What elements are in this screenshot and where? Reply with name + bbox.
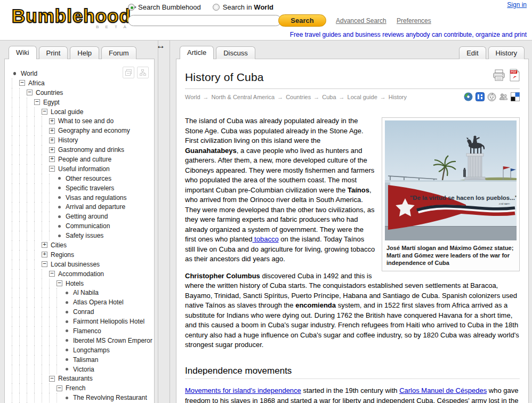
tree-item[interactable]: Victoria bbox=[12, 365, 154, 374]
tree-item-label[interactable]: World bbox=[21, 70, 37, 77]
breadcrumb-item[interactable]: Countries bbox=[286, 94, 311, 100]
tree-item-label[interactable]: Gastronomy and drinks bbox=[58, 146, 124, 154]
tree-item-label[interactable]: Useful information bbox=[58, 165, 110, 173]
tree-item[interactable]: Arrival and departure bbox=[12, 202, 154, 212]
expand-icon[interactable]: + bbox=[49, 156, 55, 162]
tree-item[interactable]: +Cities bbox=[12, 240, 154, 250]
people-share-icon[interactable] bbox=[499, 92, 508, 101]
stumbleupon-icon[interactable] bbox=[464, 92, 473, 101]
tree-item-label[interactable]: People and culture bbox=[58, 156, 111, 163]
tree-item[interactable]: Getting around bbox=[12, 212, 154, 221]
tree-item-label[interactable]: Egypt bbox=[43, 99, 60, 106]
breadcrumb-item[interactable]: History bbox=[389, 94, 407, 100]
collapse-icon[interactable]: − bbox=[57, 385, 62, 391]
preferences-link[interactable]: Preferences bbox=[397, 17, 431, 25]
tree-item[interactable]: +Geography and economy bbox=[12, 126, 154, 135]
breadcrumb-item[interactable]: Local guide bbox=[348, 94, 377, 100]
sidebar-tab-wiki[interactable]: Wiki bbox=[9, 46, 37, 59]
content-tab-discuss[interactable]: Discuss bbox=[216, 46, 255, 59]
print-icon[interactable] bbox=[493, 69, 505, 83]
breadcrumb-item[interactable]: Cuba bbox=[322, 94, 336, 100]
radio-search-bumblehood-label[interactable]: Search Bumblehood bbox=[138, 3, 201, 11]
tree-item[interactable]: Atlas Opera Hotel bbox=[12, 297, 154, 307]
collapse-icon[interactable]: − bbox=[42, 261, 47, 267]
tree-item-label[interactable]: French bbox=[66, 384, 85, 392]
tree-item[interactable]: Flamenco bbox=[12, 326, 154, 336]
tree-item[interactable]: +People and culture bbox=[12, 155, 154, 164]
tree-item[interactable]: Conrad bbox=[12, 307, 154, 317]
radio-search-in-world[interactable] bbox=[213, 4, 220, 11]
tree-item-label[interactable]: History bbox=[58, 136, 78, 144]
logo[interactable]: Bumblehood™ B E T A bbox=[12, 5, 136, 29]
tree-item-label[interactable]: Arrival and departure bbox=[66, 203, 125, 211]
tree-item-label[interactable]: Cities bbox=[51, 241, 67, 249]
collapse-icon[interactable]: − bbox=[27, 90, 33, 95]
tree-item[interactable]: −Useful information bbox=[12, 164, 154, 174]
advanced-search-link[interactable]: Advanced Search bbox=[336, 17, 386, 25]
tree-item[interactable]: −Local guide bbox=[12, 107, 154, 117]
expand-icon[interactable]: + bbox=[49, 128, 55, 134]
tree-item[interactable]: +Gastronomy and drinks bbox=[12, 145, 154, 155]
tree-item-label[interactable]: Safety issues bbox=[66, 232, 103, 239]
collapse-icon[interactable]: − bbox=[49, 271, 55, 277]
pdf-icon[interactable]: PDF bbox=[510, 69, 520, 84]
content-tab-article[interactable]: Article bbox=[180, 46, 214, 59]
tree-item-label[interactable]: Local guide bbox=[51, 108, 83, 116]
tree-item-label[interactable]: What to see and do bbox=[58, 117, 114, 125]
sidebar-tab-help[interactable]: Help bbox=[70, 46, 99, 59]
tree-item-label[interactable]: Specific travelers bbox=[66, 184, 114, 192]
tree-item-label[interactable]: Conrad bbox=[73, 308, 94, 316]
tree-item[interactable]: −Africa bbox=[12, 78, 154, 88]
tree-item-label[interactable]: Restaurants bbox=[58, 375, 93, 382]
tree-item-label[interactable]: Geography and economy bbox=[58, 127, 130, 134]
tree-item[interactable]: The Revolving Restaurant bbox=[12, 393, 154, 402]
tree-item-label[interactable]: Iberotel MS Crown Emperor bbox=[73, 337, 152, 344]
collapse-icon[interactable]: − bbox=[42, 109, 47, 115]
action-tab-edit[interactable]: Edit bbox=[459, 46, 486, 59]
tree-item-label[interactable]: Communication bbox=[66, 222, 110, 230]
action-tab-history[interactable]: History bbox=[488, 46, 525, 59]
expand-icon[interactable]: + bbox=[49, 147, 55, 153]
tree-item-label[interactable]: Victoria bbox=[73, 366, 94, 373]
reddit-icon[interactable] bbox=[487, 92, 496, 101]
tree-item-label[interactable]: Atlas Opera Hotel bbox=[73, 299, 124, 306]
radio-search-bumblehood[interactable] bbox=[128, 4, 135, 11]
search-input[interactable] bbox=[128, 15, 281, 26]
article-link[interactable]: Carlos Manuel de Céspedes bbox=[399, 386, 487, 394]
tree-item-label[interactable]: Flamenco bbox=[73, 327, 101, 335]
tree-item[interactable]: Iberotel MS Crown Emperor bbox=[12, 336, 154, 345]
breadcrumb-item[interactable]: North & Central America bbox=[212, 94, 275, 100]
expand-icon[interactable]: + bbox=[49, 138, 55, 143]
tree-item[interactable]: Longchamps bbox=[12, 345, 154, 355]
tree-item-label[interactable]: Regions bbox=[51, 251, 74, 259]
collapse-icon[interactable]: − bbox=[49, 376, 55, 382]
tree-item[interactable]: +History bbox=[12, 135, 154, 145]
breadcrumb-item[interactable]: World bbox=[185, 94, 200, 100]
tree-item-label[interactable]: Other resources bbox=[66, 175, 111, 182]
tree-item[interactable]: Safety issues bbox=[12, 231, 154, 240]
tree-item[interactable]: +What to see and do bbox=[12, 116, 154, 126]
sign-in-link[interactable]: Sign in bbox=[507, 1, 527, 9]
expand-icon[interactable]: + bbox=[42, 242, 47, 248]
expand-icon[interactable]: + bbox=[49, 118, 55, 124]
tree-item-label[interactable]: Fairmont Heliopolis Hotel bbox=[73, 318, 144, 325]
tree-item[interactable]: −French bbox=[12, 383, 154, 393]
tree-item[interactable]: +Regions bbox=[12, 250, 154, 260]
tree-item[interactable]: Fairmont Heliopolis Hotel bbox=[12, 317, 154, 326]
tree-item-label[interactable]: Al Nabila bbox=[73, 289, 99, 296]
tree-item-label[interactable]: Africa bbox=[28, 79, 45, 87]
article-link[interactable]: tobacco bbox=[252, 235, 278, 243]
expand-icon[interactable]: + bbox=[42, 252, 47, 257]
tree-item[interactable]: Al Nabila bbox=[12, 288, 154, 297]
tree-item-label[interactable]: Longchamps bbox=[73, 346, 110, 354]
blue-square-share-icon[interactable] bbox=[475, 92, 485, 101]
tree-item-label[interactable]: Local businesses bbox=[51, 261, 100, 268]
article-link[interactable]: Movements for island's independence bbox=[185, 386, 301, 394]
tree-item-label[interactable]: The Revolving Restaurant bbox=[73, 394, 147, 401]
tree-item-label[interactable]: Talisman bbox=[73, 356, 98, 364]
tree-item-label[interactable]: Hotels bbox=[66, 280, 84, 287]
tree-item[interactable]: −Egypt bbox=[12, 98, 154, 107]
cascade-windows-icon[interactable] bbox=[123, 67, 134, 78]
collapse-icon[interactable]: − bbox=[57, 280, 62, 286]
tree-item[interactable]: Visas and regulations bbox=[12, 193, 154, 203]
